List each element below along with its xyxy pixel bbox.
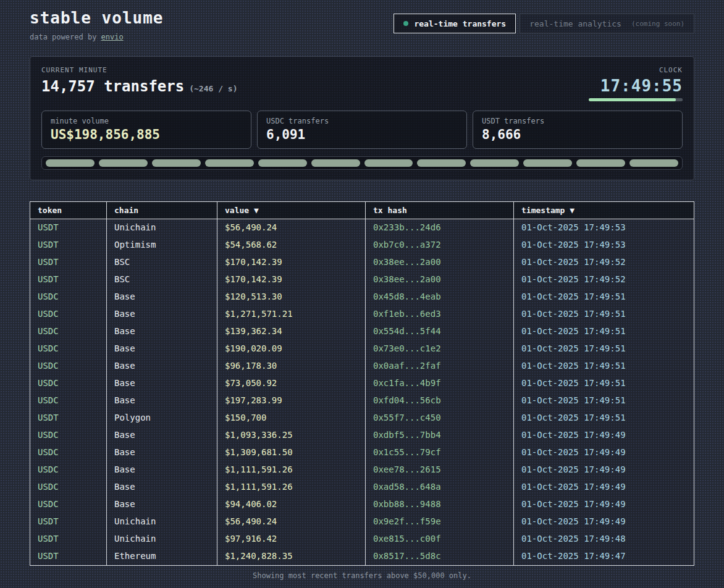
cell-tx-hash[interactable]: 0x38ee...2a00	[365, 254, 513, 271]
tab-realtime-transfers[interactable]: real-time transfers	[394, 14, 516, 33]
volume-segment	[205, 159, 254, 167]
cell-timestamp: 01-Oct-2025 17:49:53	[513, 219, 694, 237]
cell-value: $97,916.42	[217, 531, 365, 548]
cell-tx-hash[interactable]: 0xfd04...56cb	[365, 392, 513, 410]
volume-segment	[152, 159, 201, 167]
cell-token: USDC	[30, 288, 106, 306]
transfers-rate: (~246 / s)	[189, 84, 237, 93]
cell-timestamp: 01-Oct-2025 17:49:51	[513, 340, 694, 358]
stat-value: US$198,856,885	[51, 127, 242, 142]
cell-value: $96,178.30	[217, 358, 365, 375]
cell-tx-hash[interactable]: 0xe815...c00f	[365, 531, 513, 548]
footer-note: Showing most recent transfers above $50,…	[30, 571, 694, 580]
cell-chain: Unichain	[106, 531, 217, 548]
cell-token: USDT	[30, 271, 106, 288]
transfers-table: token chain value ▼ tx hash timestamp ▼ …	[30, 201, 694, 566]
cell-chain: BSC	[106, 271, 217, 288]
cell-tx-hash[interactable]: 0x0aaf...2faf	[365, 358, 513, 375]
table-row: USDC Base $1,093,336.25 0xdbf5...7bb4 01…	[30, 427, 694, 444]
cell-timestamp: 01-Oct-2025 17:49:53	[513, 237, 694, 254]
volume-segment	[470, 159, 519, 167]
cell-tx-hash[interactable]: 0x233b...24d6	[365, 219, 513, 237]
cell-chain: Ethereum	[106, 548, 217, 565]
table-row: USDT Ethereum $1,240,828.35 0x8517...5d8…	[30, 548, 694, 565]
cell-value: $139,362.34	[217, 323, 365, 340]
current-minute-panel: CURRENT MINUTE 14,757 transfers(~246 / s…	[30, 56, 694, 180]
cell-value: $56,490.24	[217, 513, 365, 531]
cell-timestamp: 01-Oct-2025 17:49:48	[513, 531, 694, 548]
cell-tx-hash[interactable]: 0x1c55...79cf	[365, 444, 513, 461]
cell-tx-hash[interactable]: 0xee78...2615	[365, 461, 513, 479]
cell-tx-hash[interactable]: 0xb7c0...a372	[365, 237, 513, 254]
table-row: USDC Base $73,050.92 0xc1fa...4b9f 01-Oc…	[30, 375, 694, 392]
cell-timestamp: 01-Oct-2025 17:49:51	[513, 410, 694, 427]
cell-chain: Base	[106, 323, 217, 340]
volume-segment	[311, 159, 360, 167]
stat-box-minute-volume: minute volume US$198,856,885	[41, 111, 251, 149]
cell-token: USDT	[30, 548, 106, 565]
cell-tx-hash[interactable]: 0x9e2f...f59e	[365, 513, 513, 531]
tab-label: real-time analytics	[529, 19, 621, 28]
cell-token: USDC	[30, 392, 106, 410]
cell-tx-hash[interactable]: 0x55f7...c450	[365, 410, 513, 427]
cell-chain: Unichain	[106, 513, 217, 531]
cell-timestamp: 01-Oct-2025 17:49:52	[513, 271, 694, 288]
cell-tx-hash[interactable]: 0xbb88...9488	[365, 496, 513, 513]
page: stable volume data powered by envio real…	[0, 0, 724, 580]
volume-segment	[417, 159, 466, 167]
cell-timestamp: 01-Oct-2025 17:49:49	[513, 496, 694, 513]
cell-chain: Base	[106, 306, 217, 323]
stat-label: USDC transfers	[266, 117, 458, 125]
cell-chain: Base	[106, 375, 217, 392]
envio-link[interactable]: envio	[101, 33, 124, 41]
clock: CLOCK 17:49:55	[589, 66, 683, 101]
table-row: USDC Base $190,020.09 0x73e0...c1e2 01-O…	[30, 340, 694, 358]
volume-segment	[258, 159, 307, 167]
cell-tx-hash[interactable]: 0xad58...648a	[365, 479, 513, 496]
table-row: USDT Unichain $97,916.42 0xe815...c00f 0…	[30, 531, 694, 548]
tab-label: real-time transfers	[414, 19, 506, 28]
cell-tx-hash[interactable]: 0x38ee...2a00	[365, 271, 513, 288]
cell-chain: Base	[106, 358, 217, 375]
table-row: USDT Optimism $54,568.62 0xb7c0...a372 0…	[30, 237, 694, 254]
cell-chain: Base	[106, 340, 217, 358]
subtitle: data powered by envio	[30, 33, 164, 41]
column-header-chain[interactable]: chain	[106, 202, 217, 219]
cell-value: $94,406.02	[217, 496, 365, 513]
cell-chain: Base	[106, 444, 217, 461]
table-row: USDC Base $1,309,681.50 0x1c55...79cf 01…	[30, 444, 694, 461]
branding: stable volume data powered by envio	[30, 9, 164, 41]
cell-value: $1,093,336.25	[217, 427, 365, 444]
column-header-txhash[interactable]: tx hash	[365, 202, 513, 219]
column-header-timestamp[interactable]: timestamp ▼	[513, 202, 694, 219]
table-row: USDC Base $139,362.34 0x554d...5f44 01-O…	[30, 323, 694, 340]
column-header-token[interactable]: token	[30, 202, 106, 219]
cell-tx-hash[interactable]: 0xf1eb...6ed3	[365, 306, 513, 323]
table-row: USDC Base $94,406.02 0xbb88...9488 01-Oc…	[30, 496, 694, 513]
cell-tx-hash[interactable]: 0x8517...5d8c	[365, 548, 513, 565]
cell-token: USDC	[30, 479, 106, 496]
cell-token: USDT	[30, 219, 106, 237]
cell-token: USDT	[30, 237, 106, 254]
cell-tx-hash[interactable]: 0xdbf5...7bb4	[365, 427, 513, 444]
transfers-count: 14,757 transfers(~246 / s)	[41, 78, 237, 95]
column-header-value[interactable]: value ▼	[217, 202, 365, 219]
table-row: USDT BSC $170,142.39 0x38ee...2a00 01-Oc…	[30, 271, 694, 288]
tab-realtime-analytics[interactable]: real-time analytics (coming soon)	[520, 14, 694, 33]
cell-tx-hash[interactable]: 0x73e0...c1e2	[365, 340, 513, 358]
cell-chain: Base	[106, 461, 217, 479]
stat-boxes: minute volume US$198,856,885 USDC transf…	[41, 111, 683, 149]
cell-token: USDC	[30, 444, 106, 461]
tab-bar: real-time transfers real-time analytics …	[394, 14, 694, 33]
volume-segment	[99, 159, 148, 167]
coming-soon-badge: (coming soon)	[631, 20, 684, 28]
cell-timestamp: 01-Oct-2025 17:49:51	[513, 306, 694, 323]
cell-tx-hash[interactable]: 0x554d...5f44	[365, 323, 513, 340]
cell-tx-hash[interactable]: 0x45d8...4eab	[365, 288, 513, 306]
cell-tx-hash[interactable]: 0xc1fa...4b9f	[365, 375, 513, 392]
cell-timestamp: 01-Oct-2025 17:49:51	[513, 358, 694, 375]
cell-token: USDT	[30, 410, 106, 427]
cell-timestamp: 01-Oct-2025 17:49:52	[513, 254, 694, 271]
table-body: USDT Unichain $56,490.24 0x233b...24d6 0…	[30, 219, 694, 565]
cell-chain: Base	[106, 288, 217, 306]
